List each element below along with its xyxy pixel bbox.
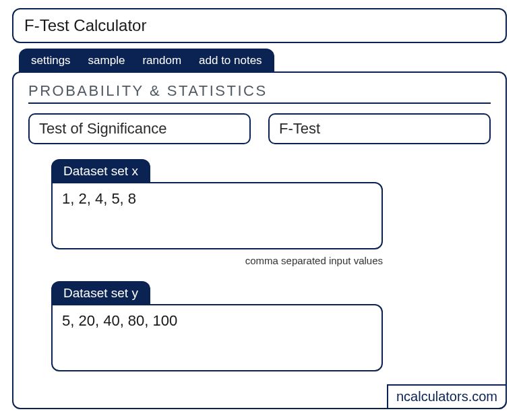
method-select[interactable]: F-Test	[268, 113, 491, 144]
dataset-y-label: Dataset set y	[51, 281, 150, 305]
dataset-x-input[interactable]	[51, 182, 383, 249]
dataset-x-helper: comma separated input values	[51, 255, 383, 266]
dataset-y-input[interactable]	[51, 304, 383, 371]
tab-add-to-notes[interactable]: add to notes	[199, 54, 262, 67]
tab-random[interactable]: random	[142, 54, 181, 67]
page-title: F-Test Calculator	[12, 8, 507, 43]
tab-settings[interactable]: settings	[31, 54, 71, 67]
section-heading: PROBABILITY & STATISTICS	[28, 82, 491, 104]
dataset-x-label: Dataset set x	[51, 159, 150, 183]
tabstrip: settings sample random add to notes	[19, 49, 274, 73]
category-select[interactable]: Test of Significance	[28, 113, 251, 144]
selector-row: Test of Significance F-Test	[28, 113, 491, 144]
brand-badge: ncalculators.com	[387, 384, 507, 409]
dataset-y-block: Dataset set y	[51, 281, 383, 374]
tab-sample[interactable]: sample	[88, 54, 125, 67]
dataset-x-block: Dataset set x comma separated input valu…	[51, 159, 383, 266]
main-panel: PROBABILITY & STATISTICS Test of Signifi…	[12, 71, 507, 409]
